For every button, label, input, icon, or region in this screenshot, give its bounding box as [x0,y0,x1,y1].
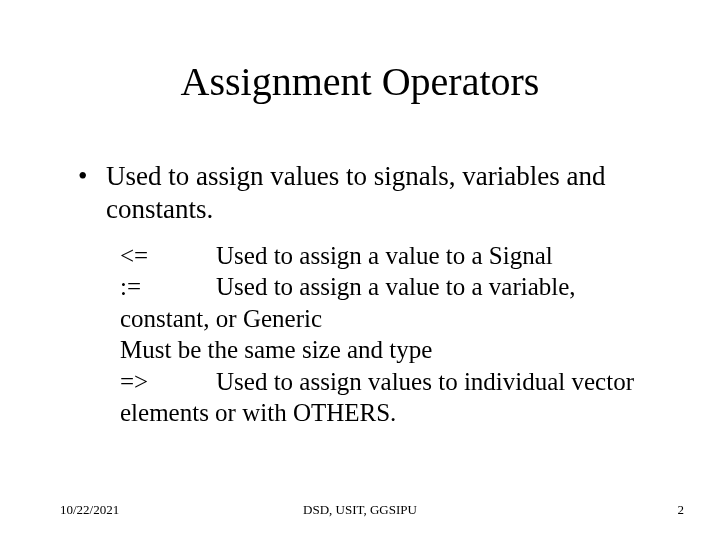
slide-title: Assignment Operators [0,58,720,105]
operator-note: Must be the same size and type [120,334,660,366]
bullet-item: • Used to assign values to signals, vari… [78,160,660,226]
bullet-marker: • [78,160,106,193]
bullet-text: Used to assign values to signals, variab… [106,160,660,226]
footer-page-number: 2 [678,502,685,518]
operator-row-signal: <=Used to assign a value to a Signal [120,240,660,272]
footer-center: DSD, USIT, GGSIPU [0,502,720,518]
slide-body: • Used to assign values to signals, vari… [78,160,660,429]
operator-row-vector: =>Used to assign values to individual ve… [120,366,660,429]
operator-row-variable: :=Used to assign a value to a variable, … [120,271,660,334]
operator-symbol: <= [120,240,216,272]
operator-list: <=Used to assign a value to a Signal :=U… [120,240,660,429]
slide: Assignment Operators • Used to assign va… [0,0,720,540]
operator-desc: Used to assign a value to a Signal [216,242,553,269]
operator-symbol: => [120,366,216,398]
operator-symbol: := [120,271,216,303]
